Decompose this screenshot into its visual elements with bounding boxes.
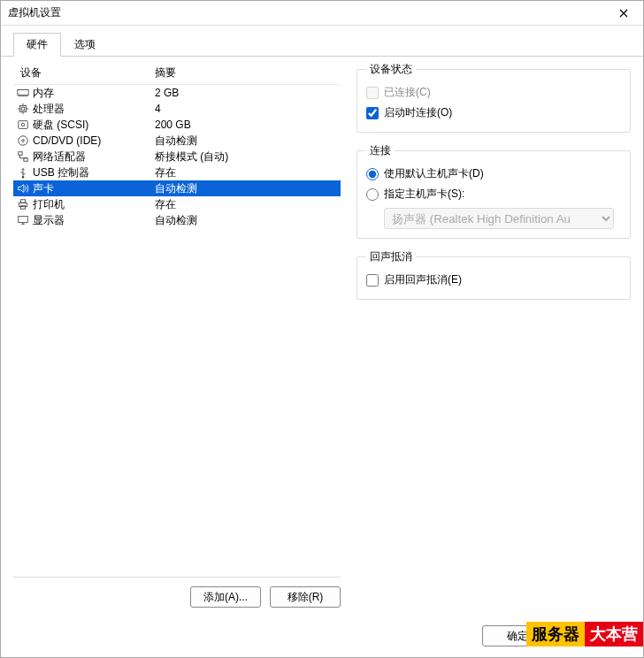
svg-rect-7 [19,152,22,156]
device-summary: 200 GB [155,119,191,131]
device-summary: 存在 [155,165,176,180]
device-summary: 2 GB [155,87,179,99]
close-button[interactable] [604,1,643,26]
device-name: 声卡 [31,181,155,196]
device-summary: 自动检测 [155,213,197,228]
connect-on-start-checkbox[interactable] [366,107,379,119]
use-default-row[interactable]: 使用默认主机声卡(D) [366,164,621,184]
tab-hardware[interactable]: 硬件 [13,33,61,57]
echo-label: 启用回声抵消(E) [384,272,462,287]
remove-button[interactable]: 移除(R) [270,586,341,608]
specify-radio[interactable] [366,188,379,201]
device-row-sound[interactable]: 声卡自动检测 [13,180,341,196]
use-default-radio[interactable] [366,168,379,180]
svg-rect-8 [24,158,27,162]
device-row-display[interactable]: 显示器自动检测 [13,212,341,228]
printer-icon [15,196,31,212]
specify-row[interactable]: 指定主机声卡(S): [366,184,621,204]
device-row-printer[interactable]: 打印机存在 [13,196,341,212]
header-summary: 摘要 [155,65,176,80]
header-device: 设备 [20,65,155,80]
svg-rect-0 [18,90,28,96]
svg-rect-11 [20,200,25,203]
connection-group: 连接 使用默认主机声卡(D) 指定主机声卡(S): 扬声器 (Realtek H… [356,143,631,239]
cpu-icon [15,101,31,117]
echo-row[interactable]: 启用回声抵消(E) [366,270,621,290]
device-list-header: 设备 摘要 [13,64,341,85]
device-summary: 桥接模式 (自动) [155,149,228,164]
device-list[interactable]: 内存2 GB处理器4硬盘 (SCSI)200 GBCD/DVD (IDE)自动检… [13,85,341,578]
device-name: 网络适配器 [31,149,155,164]
device-summary: 自动检测 [155,134,197,149]
disk-icon [15,117,31,133]
device-row-memory[interactable]: 内存2 GB [13,85,341,101]
sound-icon [15,180,31,196]
device-name: 处理器 [31,102,155,117]
device-name: 显示器 [31,213,155,228]
device-pane: 设备 摘要 内存2 GB处理器4硬盘 (SCSI)200 GBCD/DVD (I… [13,57,341,608]
echo-group: 回声抵消 启用回声抵消(E) [356,249,631,300]
window-title: 虚拟机设置 [8,5,61,20]
use-default-label: 使用默认主机声卡(D) [384,166,484,181]
device-summary: 4 [155,103,161,115]
device-name: USB 控制器 [31,165,155,180]
device-name: CD/DVD (IDE) [31,134,155,147]
device-status-legend: 设备状态 [366,62,416,77]
net-icon [15,149,31,164]
device-row-disk[interactable]: 硬盘 (SCSI)200 GB [13,117,341,133]
svg-rect-1 [20,106,27,112]
host-sound-select: 扬声器 (Realtek High Definition Au [384,208,614,229]
device-name: 打印机 [31,197,155,212]
titlebar: 虚拟机设置 [1,1,643,26]
add-button[interactable]: 添加(A)... [190,586,261,608]
echo-legend: 回声抵消 [366,249,416,264]
svg-point-9 [22,176,25,179]
svg-point-4 [21,123,25,126]
memory-icon [15,85,31,101]
connected-checkbox [366,87,379,99]
watermark-b: 大本营 [585,622,643,647]
watermark-a: 服务器 [526,622,585,647]
connected-label: 已连接(C) [384,85,431,100]
svg-rect-13 [19,217,28,223]
device-row-cpu[interactable]: 处理器4 [13,101,341,117]
detail-pane: 设备状态 已连接(C) 启动时连接(O) 连接 使用默认主机声卡(D) [356,57,631,608]
device-name: 硬盘 (SCSI) [31,118,155,133]
connection-legend: 连接 [366,143,395,158]
device-status-group: 设备状态 已连接(C) 启动时连接(O) [356,62,631,133]
display-icon [15,212,31,228]
connect-on-start-row[interactable]: 启动时连接(O) [366,103,621,123]
device-summary: 存在 [155,197,176,212]
tab-options[interactable]: 选项 [61,33,109,56]
specify-label: 指定主机声卡(S): [384,187,464,202]
connected-row: 已连接(C) [366,82,621,103]
device-row-usb[interactable]: USB 控制器存在 [13,164,341,180]
svg-point-6 [22,140,25,142]
svg-point-5 [19,136,28,146]
device-summary: 自动检测 [155,181,197,196]
usb-icon [15,164,31,180]
svg-rect-3 [19,121,28,129]
echo-checkbox[interactable] [366,274,379,287]
cd-icon [15,133,31,149]
device-row-net[interactable]: 网络适配器桥接模式 (自动) [13,149,341,164]
watermark: 服务器 大本营 [526,622,643,647]
device-name: 内存 [31,86,155,101]
device-row-cd[interactable]: CD/DVD (IDE)自动检测 [13,133,341,149]
close-icon [619,9,628,18]
connect-on-start-label: 启动时连接(O) [384,105,452,120]
svg-rect-2 [21,107,25,111]
tabs: 硬件 选项 [1,26,643,56]
